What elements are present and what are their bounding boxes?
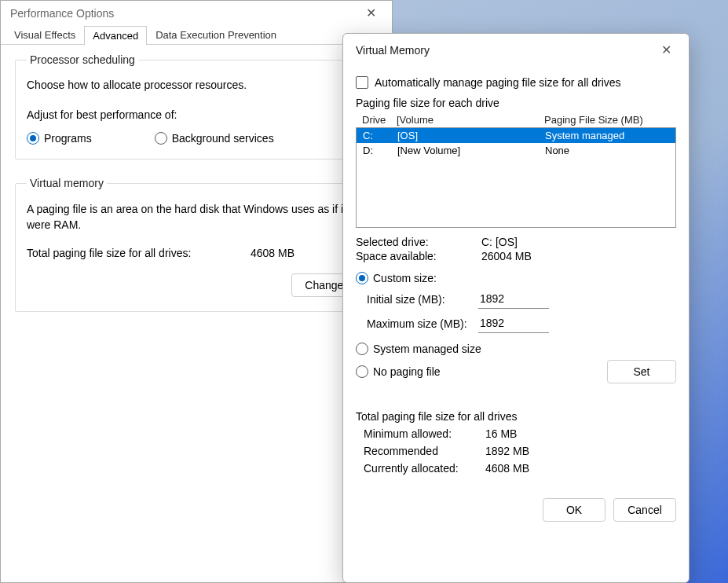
radio-row: Programs Background services <box>27 132 366 145</box>
proc-legend: Processor scheduling <box>27 53 138 66</box>
close-icon[interactable]: ✕ <box>360 6 382 21</box>
min-label: Minimum allowed: <box>364 427 485 440</box>
sys-managed-label: System managed size <box>373 343 481 355</box>
auto-manage-checkbox[interactable]: Automatically manage paging file size fo… <box>356 76 676 89</box>
total-section: Total paging file size for all drives Mi… <box>356 410 676 475</box>
proc-desc: Choose how to allocate processor resourc… <box>27 79 366 91</box>
paging-desc: A paging file is an area on the hard dis… <box>27 202 366 233</box>
perf-titlebar: Performance Options ✕ <box>1 1 392 24</box>
ok-button[interactable]: OK <box>543 498 605 522</box>
performance-options-window: Performance Options ✕ Visual Effects Adv… <box>0 0 393 583</box>
set-button[interactable]: Set <box>607 360 676 383</box>
vm-titlebar: Virtual Memory ✕ <box>343 34 689 62</box>
drive-size: System managed <box>542 130 672 141</box>
radio-no-paging[interactable]: No paging file <box>356 365 441 378</box>
adjust-label: Adjust for best performance of: <box>27 108 366 121</box>
drive-list-header: Drive [Volume Paging File Size (MB) <box>356 112 676 127</box>
max-size-input[interactable] <box>478 314 549 333</box>
min-value: 16 MB <box>485 427 517 440</box>
total-value: 4608 MB <box>251 247 294 259</box>
checkbox-icon <box>356 76 368 89</box>
tabs: Visual Effects Advanced Data Execution P… <box>1 25 392 45</box>
cur-value: 4608 MB <box>485 462 529 475</box>
hdr-drive: Drive <box>359 114 397 126</box>
rec-value: 1892 MB <box>485 445 529 457</box>
radio-icon <box>356 365 368 378</box>
radio-icon <box>27 132 39 145</box>
selected-drive-row: Selected drive: C: [OS] <box>356 236 676 248</box>
cancel-button[interactable]: Cancel <box>613 498 676 522</box>
drive-letter: C: <box>360 130 397 141</box>
perf-title: Performance Options <box>10 7 114 20</box>
drive-size: None <box>542 145 672 156</box>
tab-visual-effects[interactable]: Visual Effects <box>5 25 84 44</box>
drive-row-c[interactable]: C: [OS] System managed <box>357 128 675 143</box>
radio-icon <box>155 132 167 145</box>
drive-volume: [OS] <box>397 130 542 141</box>
virtual-memory-dialog: Virtual Memory ✕ Automatically manage pa… <box>342 33 690 583</box>
radio-icon <box>356 272 368 284</box>
tab-dep[interactable]: Data Execution Prevention <box>147 25 285 44</box>
dialog-buttons: OK Cancel <box>356 498 676 522</box>
hdr-volume: [Volume <box>397 114 541 126</box>
processor-scheduling-group: Processor scheduling Choose how to alloc… <box>15 53 378 160</box>
cur-label: Currently allocated: <box>364 462 485 475</box>
total-line: Total paging file size for all drives: 4… <box>27 247 366 259</box>
initial-size-input[interactable] <box>478 289 549 309</box>
radio-custom-size[interactable]: Custom size: <box>356 272 676 284</box>
drive-letter: D: <box>360 145 397 156</box>
radio-background-label: Background services <box>172 132 274 145</box>
drive-volume: [New Volume] <box>397 145 542 156</box>
custom-label: Custom size: <box>373 272 437 284</box>
radio-programs-label: Programs <box>44 132 92 145</box>
total-header: Total paging file size for all drives <box>356 410 676 423</box>
tab-advanced[interactable]: Advanced <box>84 26 147 46</box>
space-value: 26004 MB <box>481 250 532 262</box>
hdr-size: Paging File Size (MB) <box>541 114 673 126</box>
radio-background[interactable]: Background services <box>155 132 274 145</box>
radio-system-managed[interactable]: System managed size <box>356 343 676 355</box>
rec-label: Recommended <box>364 445 485 457</box>
vm-title: Virtual Memory <box>356 44 430 57</box>
no-paging-label: No paging file <box>373 365 441 378</box>
custom-size-inputs: Initial size (MB): Maximum size (MB): <box>356 289 676 333</box>
radio-icon <box>356 343 368 355</box>
selected-drive-label: Selected drive: <box>356 236 481 248</box>
close-icon[interactable]: ✕ <box>655 42 678 58</box>
perf-body: Processor scheduling Choose how to alloc… <box>1 44 392 339</box>
space-label: Space available: <box>356 250 481 262</box>
space-available-row: Space available: 26004 MB <box>356 250 676 262</box>
vm-legend: Virtual memory <box>27 177 107 189</box>
vm-body: Automatically manage paging file size fo… <box>343 62 689 534</box>
auto-manage-label: Automatically manage paging file size fo… <box>375 76 621 89</box>
drive-list[interactable]: C: [OS] System managed D: [New Volume] N… <box>356 127 676 228</box>
drive-row-d[interactable]: D: [New Volume] None <box>357 143 675 158</box>
radio-programs[interactable]: Programs <box>27 132 92 145</box>
total-label: Total paging file size for all drives: <box>27 247 251 259</box>
initial-size-label: Initial size (MB): <box>367 293 478 306</box>
paging-section-label: Paging file size for each drive <box>356 97 676 109</box>
selected-drive-value: C: [OS] <box>481 236 518 248</box>
max-size-label: Maximum size (MB): <box>367 317 478 330</box>
virtual-memory-group: Virtual memory A paging file is an area … <box>15 177 378 312</box>
